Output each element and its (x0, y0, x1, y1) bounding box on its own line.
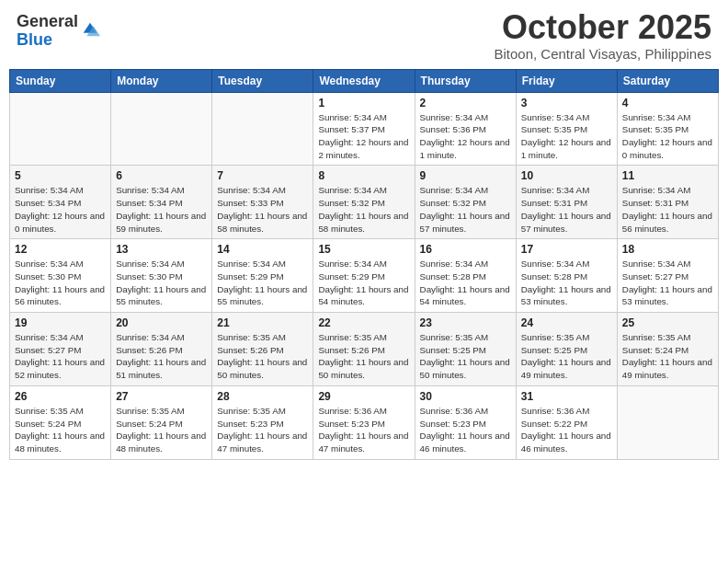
day-info: Sunrise: 5:34 AMSunset: 5:28 PMDaylight:… (420, 258, 511, 308)
calendar-cell: 22Sunrise: 5:35 AMSunset: 5:26 PMDayligh… (313, 313, 415, 386)
calendar-cell: 6Sunrise: 5:34 AMSunset: 5:34 PMDaylight… (111, 166, 212, 239)
day-info: Sunrise: 5:34 AMSunset: 5:33 PMDaylight:… (217, 184, 308, 235)
day-info: Sunrise: 5:35 AMSunset: 5:24 PMDaylight:… (622, 331, 713, 382)
calendar-cell: 1Sunrise: 5:34 AMSunset: 5:37 PMDaylight… (313, 92, 415, 166)
month-title: October 2025 (494, 9, 711, 46)
day-number: 15 (318, 243, 409, 256)
day-number: 18 (622, 243, 713, 256)
day-number: 19 (15, 316, 106, 329)
calendar-cell: 27Sunrise: 5:35 AMSunset: 5:24 PMDayligh… (111, 385, 212, 459)
day-number: 31 (521, 390, 612, 403)
weekday-header-saturday: Saturday (617, 69, 718, 92)
calendar-cell (111, 92, 212, 166)
calendar-cell (10, 92, 111, 166)
calendar-cell: 21Sunrise: 5:35 AMSunset: 5:26 PMDayligh… (212, 313, 313, 386)
calendar-cell: 13Sunrise: 5:34 AMSunset: 5:30 PMDayligh… (111, 239, 212, 313)
day-number: 29 (318, 390, 409, 403)
calendar-cell: 12Sunrise: 5:34 AMSunset: 5:30 PMDayligh… (10, 239, 111, 313)
day-number: 26 (15, 390, 106, 403)
day-info: Sunrise: 5:36 AMSunset: 5:23 PMDaylight:… (318, 405, 409, 455)
day-info: Sunrise: 5:34 AMSunset: 5:31 PMDaylight:… (622, 184, 713, 235)
calendar-cell: 11Sunrise: 5:34 AMSunset: 5:31 PMDayligh… (617, 166, 718, 239)
day-number: 1 (318, 97, 409, 109)
day-info: Sunrise: 5:34 AMSunset: 5:27 PMDaylight:… (15, 331, 106, 382)
day-number: 30 (420, 390, 511, 403)
day-number: 3 (521, 97, 612, 109)
logo: General Blue (17, 13, 100, 50)
calendar-cell: 29Sunrise: 5:36 AMSunset: 5:23 PMDayligh… (313, 385, 415, 459)
calendar-cell: 3Sunrise: 5:34 AMSunset: 5:35 PMDaylight… (516, 92, 617, 166)
day-info: Sunrise: 5:36 AMSunset: 5:22 PMDaylight:… (521, 405, 612, 455)
calendar-cell: 25Sunrise: 5:35 AMSunset: 5:24 PMDayligh… (617, 313, 718, 386)
day-info: Sunrise: 5:34 AMSunset: 5:35 PMDaylight:… (521, 111, 612, 162)
calendar-cell: 15Sunrise: 5:34 AMSunset: 5:29 PMDayligh… (313, 239, 415, 313)
day-number: 20 (116, 316, 207, 329)
day-info: Sunrise: 5:34 AMSunset: 5:31 PMDaylight:… (521, 184, 612, 235)
day-number: 24 (521, 316, 612, 329)
day-number: 28 (217, 390, 308, 403)
day-info: Sunrise: 5:34 AMSunset: 5:26 PMDaylight:… (116, 331, 207, 382)
day-number: 13 (116, 243, 207, 256)
calendar-cell: 18Sunrise: 5:34 AMSunset: 5:27 PMDayligh… (617, 239, 718, 313)
location-subtitle: Bitoon, Central Visayas, Philippines (494, 46, 711, 62)
calendar-cell: 9Sunrise: 5:34 AMSunset: 5:32 PMDaylight… (415, 166, 516, 239)
calendar-cell: 28Sunrise: 5:35 AMSunset: 5:23 PMDayligh… (212, 385, 313, 459)
calendar-week-row: 26Sunrise: 5:35 AMSunset: 5:24 PMDayligh… (10, 385, 719, 459)
calendar-cell: 20Sunrise: 5:34 AMSunset: 5:26 PMDayligh… (111, 313, 212, 386)
calendar-week-row: 19Sunrise: 5:34 AMSunset: 5:27 PMDayligh… (10, 313, 719, 386)
day-info: Sunrise: 5:34 AMSunset: 5:28 PMDaylight:… (521, 258, 612, 308)
day-number: 14 (217, 243, 308, 256)
day-number: 6 (116, 169, 207, 182)
day-info: Sunrise: 5:34 AMSunset: 5:30 PMDaylight:… (15, 258, 106, 308)
calendar-cell: 24Sunrise: 5:35 AMSunset: 5:25 PMDayligh… (516, 313, 617, 386)
calendar-cell: 8Sunrise: 5:34 AMSunset: 5:32 PMDaylight… (313, 166, 415, 239)
day-number: 16 (420, 243, 511, 256)
calendar-cell: 4Sunrise: 5:34 AMSunset: 5:35 PMDaylight… (617, 92, 718, 166)
calendar-cell: 14Sunrise: 5:34 AMSunset: 5:29 PMDayligh… (212, 239, 313, 313)
day-number: 4 (622, 97, 713, 109)
day-number: 10 (521, 169, 612, 182)
calendar-cell: 5Sunrise: 5:34 AMSunset: 5:34 PMDaylight… (10, 166, 111, 239)
day-info: Sunrise: 5:34 AMSunset: 5:30 PMDaylight:… (116, 258, 207, 308)
calendar-cell: 16Sunrise: 5:34 AMSunset: 5:28 PMDayligh… (415, 239, 516, 313)
day-number: 27 (116, 390, 207, 403)
calendar-week-row: 1Sunrise: 5:34 AMSunset: 5:37 PMDaylight… (10, 92, 719, 166)
day-info: Sunrise: 5:34 AMSunset: 5:29 PMDaylight:… (217, 258, 308, 308)
logo-general: General (17, 13, 78, 31)
calendar-week-row: 5Sunrise: 5:34 AMSunset: 5:34 PMDaylight… (10, 166, 719, 239)
day-info: Sunrise: 5:34 AMSunset: 5:35 PMDaylight:… (622, 111, 713, 162)
calendar-week-row: 12Sunrise: 5:34 AMSunset: 5:30 PMDayligh… (10, 239, 719, 313)
calendar-cell: 30Sunrise: 5:36 AMSunset: 5:23 PMDayligh… (415, 385, 516, 459)
day-info: Sunrise: 5:34 AMSunset: 5:29 PMDaylight:… (318, 258, 409, 308)
logo-icon (80, 19, 100, 40)
calendar-cell (212, 92, 313, 166)
day-info: Sunrise: 5:34 AMSunset: 5:37 PMDaylight:… (318, 111, 409, 162)
calendar-header-row: SundayMondayTuesdayWednesdayThursdayFrid… (10, 69, 719, 92)
calendar-cell: 31Sunrise: 5:36 AMSunset: 5:22 PMDayligh… (516, 385, 617, 459)
day-number: 17 (521, 243, 612, 256)
day-number: 11 (622, 169, 713, 182)
day-number: 23 (420, 316, 511, 329)
weekday-header-thursday: Thursday (415, 69, 516, 92)
weekday-header-tuesday: Tuesday (212, 69, 313, 92)
weekday-header-wednesday: Wednesday (313, 69, 415, 92)
calendar-cell: 10Sunrise: 5:34 AMSunset: 5:31 PMDayligh… (516, 166, 617, 239)
day-info: Sunrise: 5:34 AMSunset: 5:27 PMDaylight:… (622, 258, 713, 308)
day-info: Sunrise: 5:34 AMSunset: 5:34 PMDaylight:… (116, 184, 207, 235)
day-info: Sunrise: 5:35 AMSunset: 5:24 PMDaylight:… (15, 405, 106, 455)
day-number: 5 (15, 169, 106, 182)
day-info: Sunrise: 5:35 AMSunset: 5:26 PMDaylight:… (318, 331, 409, 382)
day-number: 22 (318, 316, 409, 329)
calendar-table: SundayMondayTuesdayWednesdayThursdayFrid… (9, 69, 719, 460)
calendar-cell (617, 385, 718, 459)
calendar-cell: 17Sunrise: 5:34 AMSunset: 5:28 PMDayligh… (516, 239, 617, 313)
calendar-cell: 19Sunrise: 5:34 AMSunset: 5:27 PMDayligh… (10, 313, 111, 386)
page-header: General Blue October 2025 Bitoon, Centra… (9, 9, 719, 62)
day-info: Sunrise: 5:34 AMSunset: 5:32 PMDaylight:… (318, 184, 409, 235)
weekday-header-monday: Monday (111, 69, 212, 92)
day-number: 21 (217, 316, 308, 329)
day-number: 8 (318, 169, 409, 182)
calendar-cell: 2Sunrise: 5:34 AMSunset: 5:36 PMDaylight… (415, 92, 516, 166)
weekday-header-sunday: Sunday (10, 69, 111, 92)
day-info: Sunrise: 5:35 AMSunset: 5:24 PMDaylight:… (116, 405, 207, 455)
